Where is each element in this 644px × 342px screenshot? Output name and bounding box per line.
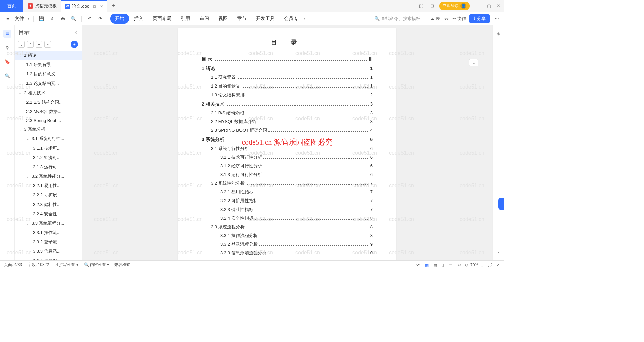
bookmark-icon[interactable]: 🔖	[3, 58, 11, 66]
tab-home[interactable]: 首页	[0, 0, 23, 12]
outline-item[interactable]: ⌄3 系统分析	[15, 125, 82, 134]
minimize-button[interactable]: —	[476, 3, 483, 9]
outline-item[interactable]: 1.3 论文结构安...	[15, 79, 82, 88]
eye-icon[interactable]: 👁	[416, 262, 421, 268]
outline-item[interactable]: 3.3.3 信息添...	[15, 247, 82, 256]
zoom-value: 70%	[470, 263, 478, 267]
outline-close-icon[interactable]: ×	[74, 30, 77, 36]
status-spell[interactable]: ☑ 拼写检查 ▾	[54, 262, 78, 268]
view-page-icon[interactable]: ▦	[424, 262, 429, 268]
fullscreen-icon[interactable]: ⤢	[496, 262, 500, 268]
tab-template[interactable]: ✦ 找稻壳模板	[23, 0, 61, 12]
outline-item[interactable]: ⌄3.2 系统性能分...	[15, 172, 82, 181]
outline-item[interactable]: 1.2 目的和意义	[15, 69, 82, 79]
view-read-icon[interactable]: ▭	[448, 262, 453, 268]
save-icon[interactable]: 💾	[38, 15, 45, 22]
outline-item[interactable]: 2.2 MySQL 数据...	[15, 107, 82, 116]
status-bar: 页面: 4/33 字数: 10822 ☑ 拼写检查 ▾ 🔍 内容检查 ▾ 兼容模…	[0, 260, 504, 269]
outline-item[interactable]: 3.2.3 健壮性...	[15, 200, 82, 209]
zoom-out-icon[interactable]: ⊝	[465, 263, 468, 267]
login-button[interactable]: 立即登录 👤	[439, 2, 470, 10]
maximize-button[interactable]: ▢	[486, 3, 492, 9]
menu-overflow-icon[interactable]: ›	[304, 16, 305, 21]
search-placeholder: 查找命令、搜索模板	[381, 16, 420, 22]
outline-item[interactable]: 3.2.4 安全性...	[15, 209, 82, 219]
saveas-icon[interactable]: 🗎	[48, 15, 56, 22]
fit-icon[interactable]: ⛶	[487, 262, 492, 268]
toc-row: 3.3 系统流程分析8	[202, 223, 373, 231]
zoom-in-icon[interactable]: ⊕	[480, 263, 484, 267]
outline-item[interactable]: 3.3.2 登录流...	[15, 237, 82, 247]
more-icon[interactable]: ⋯	[493, 15, 500, 22]
outline-item[interactable]: 3.2.2 可扩展...	[15, 190, 82, 200]
file-menu[interactable]: 文件	[15, 16, 24, 22]
remove-heading-button[interactable]: −	[44, 41, 51, 48]
print-icon[interactable]: 🖶	[59, 15, 66, 22]
outline-item[interactable]: 3.1.1 技术可...	[15, 144, 82, 153]
menu-0[interactable]: 开始	[110, 14, 129, 24]
outline-item[interactable]: ⌄1 绪论	[15, 51, 82, 60]
outline-item[interactable]: ⌄3.3 系统流程分...	[15, 219, 82, 228]
status-words[interactable]: 字数: 10822	[28, 262, 49, 268]
view-web-icon[interactable]: ▯	[441, 262, 445, 268]
outline-item[interactable]: ⌄3.1 系统可行性...	[15, 134, 82, 144]
outline-item[interactable]: 3.3.4 信息删...	[15, 256, 82, 260]
menu-7[interactable]: 开发工具	[251, 14, 279, 24]
outline-item[interactable]: ⌄2 相关技术	[15, 88, 82, 98]
layout1-icon[interactable]: ▯▯	[418, 3, 425, 9]
add-heading-button[interactable]: +	[36, 41, 42, 48]
share-button[interactable]: ⤴分享	[469, 14, 490, 23]
outline-panel: 目录 × ⌄ ⌃ + − ✦ ⌄1 绪论1.1 研究背景1.2 目的和意义1.3…	[15, 25, 82, 260]
outline-item[interactable]: 3.1.2 经济可...	[15, 153, 82, 162]
view-outline-icon[interactable]: ▤	[433, 262, 438, 268]
status-content[interactable]: 🔍 内容检查 ▾	[84, 262, 109, 268]
add-tab-button[interactable]: +	[107, 2, 120, 9]
search-input[interactable]: 🔍 查找命令、搜索模板	[374, 16, 420, 22]
document-canvas[interactable]: 目 录 目 录III1 绪论11.1 研究背景11.2 目的和意义11.3 论文…	[82, 25, 492, 260]
menu-4[interactable]: 审阅	[195, 14, 214, 24]
undo-icon[interactable]: ↶	[86, 15, 93, 22]
collab-button[interactable]: ⚯协作	[452, 16, 466, 22]
outline-tab-icon[interactable]: ▤	[3, 30, 11, 38]
login-label: 立即登录	[443, 3, 459, 9]
menu-5[interactable]: 视图	[214, 14, 232, 24]
find-icon[interactable]: 🔍	[3, 72, 11, 80]
right-sidebar: ◈ ⋯	[492, 25, 504, 260]
outline-item[interactable]: 2.3 Spring Boot ...	[15, 116, 82, 125]
outline-list: ⌄1 绪论1.1 研究背景1.2 目的和意义1.3 论文结构安...⌄2 相关技…	[15, 51, 82, 260]
preview-icon[interactable]: 🔍	[70, 15, 77, 22]
tab-document[interactable]: W 论文.doc ⧉ ×	[61, 0, 107, 12]
ai-button[interactable]: ✦	[71, 41, 78, 48]
close-icon[interactable]: ×	[100, 4, 103, 9]
float-toggle[interactable]: ≡	[469, 59, 478, 66]
menu-6[interactable]: 章节	[232, 14, 251, 24]
settings-icon[interactable]: ⚙	[457, 262, 462, 268]
zoom-control[interactable]: ⊝ 70% ⊕	[465, 263, 484, 267]
menu-icon[interactable]: ≡	[4, 15, 11, 22]
menu-8[interactable]: 会员专	[279, 14, 303, 24]
outline-item[interactable]: 3.2.1 易用性...	[15, 181, 82, 190]
rb-style-icon[interactable]: ◈	[495, 30, 502, 37]
outline-item[interactable]: 3.1.3 运行可...	[15, 162, 82, 172]
rb-down-icon[interactable]: ⋯	[495, 249, 502, 256]
menu-2[interactable]: 页面布局	[148, 14, 176, 24]
pin-icon[interactable]: ⚲	[3, 44, 11, 52]
expand-all-button[interactable]: ⌃	[27, 41, 34, 48]
outline-item[interactable]: 2.1 B/S 结构介绍...	[15, 98, 82, 107]
toc-row: 目 录III	[202, 54, 373, 64]
apps-icon[interactable]: ⊞	[429, 3, 435, 9]
cloud-status[interactable]: ☁未上云	[430, 16, 449, 22]
menu-1[interactable]: 插入	[129, 14, 148, 24]
page-title: 目 录	[202, 38, 373, 46]
redo-icon[interactable]: ↷	[96, 15, 104, 22]
collapse-all-button[interactable]: ⌄	[18, 41, 25, 48]
status-page[interactable]: 页面: 4/33	[4, 262, 22, 268]
share-icon: ⤴	[473, 16, 476, 21]
float-side-tab[interactable]	[498, 198, 504, 210]
devices-icon[interactable]: ⧉	[93, 4, 96, 9]
close-window-button[interactable]: ✕	[495, 3, 502, 9]
toc-row: 3.3.3 信息添加流程分析10	[202, 249, 373, 258]
outline-item[interactable]: 1.1 研究背景	[15, 60, 82, 69]
outline-item[interactable]: 3.3.1 操作流...	[15, 228, 82, 237]
menu-3[interactable]: 引用	[176, 14, 195, 24]
